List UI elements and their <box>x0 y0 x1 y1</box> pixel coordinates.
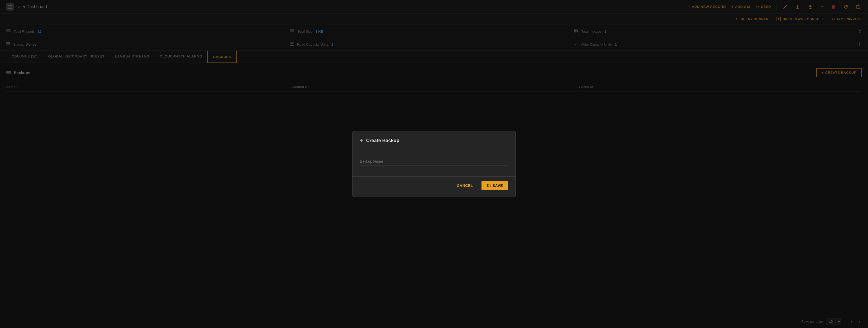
backup-name-input[interactable] <box>360 157 508 166</box>
modal-title: Create Backup <box>366 138 399 143</box>
save-button[interactable]: SAVE <box>482 181 508 190</box>
modal-header: + Create Backup <box>352 131 516 149</box>
cancel-button[interactable]: CANCEL <box>453 182 477 190</box>
create-backup-modal: + Create Backup CANCEL SAVE <box>352 131 516 197</box>
modal-body <box>352 149 516 176</box>
backup-name-group <box>360 157 508 166</box>
modal-overlay[interactable]: + Create Backup CANCEL SAVE <box>0 0 868 328</box>
modal-plus-icon: + <box>360 138 363 144</box>
modal-footer: CANCEL SAVE <box>352 176 516 197</box>
